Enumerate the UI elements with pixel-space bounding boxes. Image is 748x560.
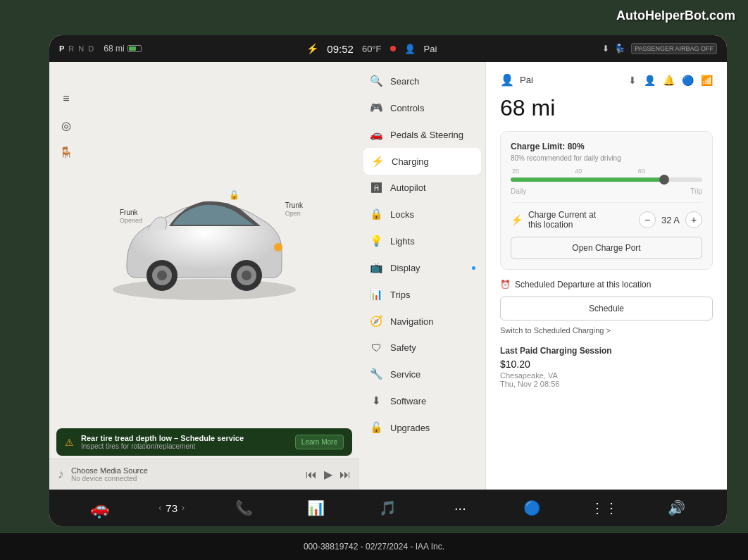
amperage-value: 32 A: [661, 215, 680, 225]
mileage-value: 68 mi: [104, 44, 124, 54]
driver-name: Pai: [424, 44, 437, 54]
lights-icon: 💡: [369, 235, 383, 247]
software-label: Software: [390, 396, 426, 406]
bottom-bar-text: 000-38819742 - 02/27/2024 - IAA Inc.: [304, 542, 444, 552]
autopilot-icon: 🅰: [369, 182, 383, 194]
profile-name: Pai: [520, 75, 533, 85]
charge-track[interactable]: [511, 178, 702, 182]
taskbar-music[interactable]: 📊: [280, 499, 351, 516]
schedule-button[interactable]: Schedule: [500, 297, 713, 321]
bottom-bar: 000-38819742 - 02/27/2024 - IAA Inc.: [0, 533, 748, 560]
status-center: ⚡ 09:52 60°F 👤 Pai: [142, 43, 603, 55]
locks-label: Locks: [390, 209, 414, 220]
charge-current-row: ⚡ Charge Current at this location − 32 A…: [511, 202, 702, 230]
plug-icon: ⚡: [511, 214, 523, 225]
menu-item-lights[interactable]: 💡 Lights: [359, 228, 485, 254]
decrease-amperage-button[interactable]: −: [639, 211, 656, 228]
taskbar-temp[interactable]: ‹ 73 ›: [135, 502, 207, 514]
driver-icon: 👤: [404, 44, 416, 54]
taskbar-phone[interactable]: 📞: [208, 499, 280, 516]
amperage-control: − 32 A +: [639, 211, 702, 228]
taskbar-car[interactable]: 🚗: [63, 499, 135, 517]
display-icon: 📺: [369, 261, 383, 274]
learn-more-button[interactable]: Learn More: [295, 435, 344, 449]
gear-r[interactable]: R: [68, 44, 74, 53]
taskbar-bluetooth[interactable]: 🔵: [497, 499, 568, 516]
increase-amperage-button[interactable]: +: [685, 211, 702, 228]
taskbar: 🚗 ‹ 73 › 📞 📊 🎵 ··· 🔵 ⋮⋮ 🔊: [49, 490, 727, 526]
gear-selector: P R N D: [59, 44, 94, 53]
center-menu: 🔍 Search 🎮 Controls 🚗 Pedals & Steering …: [359, 62, 486, 490]
menu-item-software[interactable]: ⬇ Software: [359, 387, 485, 414]
switch-charging-link[interactable]: Switch to Scheduled Charging >: [500, 326, 713, 335]
battery-icon: [127, 45, 142, 52]
charging-icon: ⚡: [370, 155, 385, 168]
alert-bar: ⚠ Rear tire tread depth low – Schedule s…: [56, 428, 352, 456]
menu-item-controls[interactable]: 🎮 Controls: [359, 94, 485, 121]
svg-point-3: [157, 270, 167, 280]
navigation-label: Navigation: [390, 316, 433, 327]
display-label: Display: [390, 263, 420, 273]
menu-item-pedals[interactable]: 🚗 Pedals & Steering: [359, 121, 485, 148]
session-date: Thu, Nov 2 08:56: [500, 380, 559, 388]
last-session-amount: $10.20: [500, 359, 713, 370]
next-button[interactable]: ⏭: [339, 468, 351, 481]
watermark: AutoHelperBot.com: [616, 8, 735, 23]
media-controls: ⏮ ▶ ⏭: [306, 468, 351, 481]
menu-item-safety[interactable]: 🛡 Safety: [359, 335, 485, 361]
temp-value: 73: [166, 502, 177, 514]
gear-n[interactable]: N: [78, 44, 84, 53]
service-label: Service: [390, 369, 420, 380]
menu-item-service[interactable]: 🔧 Service: [359, 361, 485, 387]
taskbar-podcast[interactable]: 🎵: [352, 499, 424, 516]
gear-p[interactable]: P: [59, 44, 64, 53]
taskbar-more[interactable]: ···: [424, 500, 496, 516]
menu-item-search[interactable]: 🔍 Search: [359, 68, 485, 94]
status-bar: P R N D 68 mi ⚡ 09:52 60°F 👤 Pai ⬇ 💺 PAS…: [49, 35, 727, 62]
menu-item-locks[interactable]: 🔒 Locks: [359, 201, 485, 228]
safety-label: Safety: [390, 342, 416, 353]
menu-item-trips[interactable]: 📊 Trips: [359, 281, 485, 308]
media-icon: ♪: [58, 467, 64, 482]
alert-title: Rear tire tread depth low – Schedule ser…: [81, 434, 288, 442]
svg-text:🔓: 🔓: [229, 189, 239, 200]
seat-icon: 💺: [615, 44, 625, 54]
menu-item-charging[interactable]: ⚡ Charging: [363, 148, 481, 175]
scheduled-section: ⏰ Scheduled Departure at this location S…: [500, 280, 713, 335]
menu-item-upgrades[interactable]: 🔓 Upgrades: [359, 414, 485, 441]
open-charge-port-button[interactable]: Open Charge Port: [511, 237, 702, 259]
upgrades-label: Upgrades: [390, 423, 430, 433]
menu-item-autopilot[interactable]: 🅰 Autopilot: [359, 175, 485, 201]
display-dot: [472, 266, 475, 270]
scheduled-title-text: Scheduled Departure at this location: [515, 280, 651, 290]
controls-label: Controls: [390, 103, 424, 113]
profile-icons-right: ⬇ 👤 🔔 🔵 📶: [628, 75, 713, 86]
charge-limit-label: Charge Limit: 80%: [511, 142, 585, 151]
controls-icon: 🎮: [369, 101, 383, 114]
taskbar-grid[interactable]: ⋮⋮: [568, 499, 640, 516]
navigation-icon: 🧭: [369, 315, 383, 328]
media-title: Choose Media Source: [71, 466, 299, 475]
play-button[interactable]: ▶: [324, 468, 332, 481]
lights-label: Lights: [390, 236, 415, 247]
safety-icon: 🛡: [369, 342, 383, 354]
signal-icon: 📶: [701, 75, 713, 86]
gear-d[interactable]: D: [88, 44, 94, 53]
charge-sub: 80% recommended for daily driving: [511, 154, 702, 162]
prev-button[interactable]: ⏮: [306, 468, 317, 481]
taskbar-volume[interactable]: 🔊: [641, 499, 713, 516]
car-svg: 🔓: [92, 166, 317, 307]
charge-current-label: Charge Current at this location: [528, 210, 633, 230]
car-active-dot: [98, 516, 101, 518]
menu-item-navigation[interactable]: 🧭 Navigation: [359, 308, 485, 335]
charge-fill: [511, 178, 664, 182]
mileage-display: 68 mi: [104, 44, 141, 54]
trips-label: Trips: [390, 290, 410, 300]
search-icon: 🔍: [369, 75, 383, 87]
car-area: Frunk Opened Trunk Open: [49, 62, 359, 425]
software-icon: ⬇: [369, 394, 383, 407]
menu-item-display[interactable]: 📺 Display: [359, 254, 485, 281]
svg-point-7: [274, 243, 282, 251]
scheduled-title: ⏰ Scheduled Departure at this location: [500, 280, 713, 290]
charge-icon: ⚡: [306, 43, 318, 54]
